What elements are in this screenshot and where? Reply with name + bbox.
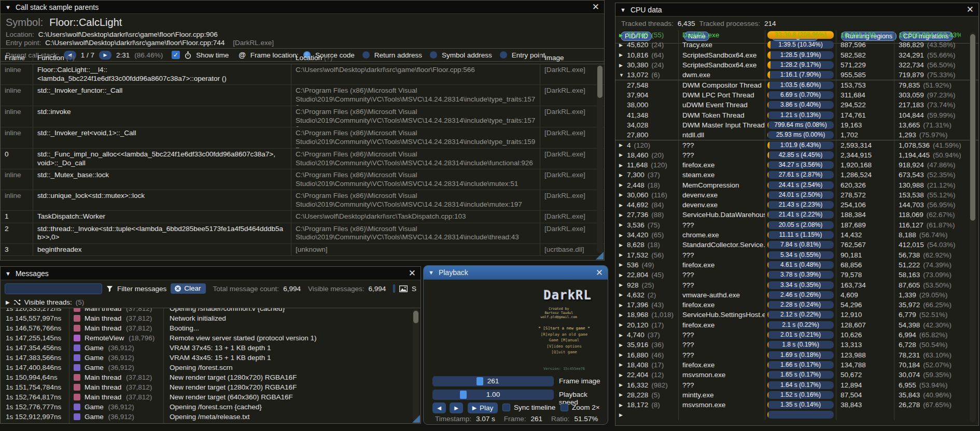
cpu-row[interactable]: ▶3,536(75)???20.05 s (2.08%)187,689116,1… <box>615 220 978 230</box>
cpu-row[interactable]: ▶18,968(1,018)ServiceHub.SettingsHost.ex… <box>615 310 978 320</box>
collapse-icon[interactable]: ▼ <box>5 270 11 277</box>
cpu-row[interactable]: ▶7,300(37)steam.exe27.61 s (2.87%)1,286,… <box>615 170 978 180</box>
step-forward-button[interactable]: ▶ <box>450 403 463 413</box>
message-row[interactable]: 1s 153,116,37nsGame (36,912)Intro menu l… <box>1 422 421 423</box>
cpu-row[interactable]: ▶22,804(45)???3.78 s (0.39%)79,57858,163… <box>615 270 978 280</box>
play-button[interactable]: ▶ Play <box>468 403 498 413</box>
message-row[interactable]: 1s 120,335,272nsMain thread (37,812)Open… <box>1 308 421 313</box>
show-images-checkbox[interactable] <box>393 284 395 293</box>
cpu-row[interactable]: ▶10,816(64)ScriptedSandbox64.exe1:28.5 (… <box>615 50 978 60</box>
message-row[interactable]: 1s 147,400,846nsGame (36,912)Opening /fo… <box>1 363 421 372</box>
cpu-row[interactable]: ▶4,740(37)???2.01 s (0.21%)10,6266,994(6… <box>615 330 978 340</box>
chevron-right-icon[interactable]: ▶ <box>619 33 627 38</box>
cpu-row[interactable]: 38,000uDWM Event Thread3.86 s (0.40%)294… <box>615 100 978 110</box>
cpu-row[interactable]: ▶4,632(2)vmware-authd.exe2.46 s (0.26%)4… <box>615 290 978 300</box>
cpu-row[interactable]: ▶37,840(55)DarkRL.exe33:30.8 (208.96%)16… <box>615 30 978 40</box>
message-row[interactable]: 1s 151,754,784nsMain thread (37,812)New … <box>1 382 421 392</box>
close-icon[interactable]: ✕ <box>596 268 603 277</box>
chevron-right-icon[interactable]: ▶ <box>619 392 627 397</box>
chevron-right-icon[interactable]: ▶ <box>619 142 627 148</box>
cpu-row[interactable]: ▶28,228(5)mintty.exe1.52 s (0.16%)87,504… <box>615 390 978 400</box>
chevron-right-icon[interactable]: ▶ <box>619 292 627 297</box>
callstack-scrollbar-thumb[interactable] <box>597 66 603 98</box>
cpu-row[interactable]: 34,028DWM Master Input Thread799.64 ms (… <box>615 120 978 130</box>
cpu-scrollbar-thumb[interactable] <box>970 34 975 221</box>
cpu-row[interactable]: ▶18,408(17)firefox.exe1.66 s (0.17%)134,… <box>615 360 978 370</box>
message-row[interactable]: 1s 147,354,456nsGame (36,912)VRAM 37x45:… <box>1 343 421 353</box>
chevron-right-icon[interactable]: ▶ <box>619 352 627 357</box>
chevron-right-icon[interactable]: ▶ <box>619 152 627 157</box>
callstack-row[interactable]: inlinestd::_Invoker_ret<void,1>::_CallC:… <box>1 127 604 149</box>
collapse-icon[interactable]: ▼ <box>620 7 626 13</box>
message-row[interactable]: 1s 147,383,566nsGame (36,912)VRAM 43x45:… <box>1 353 421 363</box>
close-icon[interactable]: ✕ <box>967 5 974 14</box>
chevron-right-icon[interactable]: ▶ <box>619 212 627 218</box>
cpu-row[interactable]: ▶16,332(982)???1.64 s (0.17%)12,8946,955… <box>615 380 978 390</box>
callstack-row[interactable]: inlinestd::invokeC:\Program Files (x86)\… <box>1 106 604 127</box>
cpu-row[interactable]: ▶20,120(17)firefox.exe2.1 s (0.22%)128,6… <box>615 320 978 330</box>
callstack-scrollbar[interactable] <box>597 65 603 253</box>
speed-slider-handle[interactable] <box>460 391 467 399</box>
message-row[interactable]: 1s 152,764,817nsMain thread (37,812)New … <box>1 392 421 402</box>
chevron-right-icon[interactable]: ▶ <box>619 182 627 188</box>
cpu-row[interactable]: ▶45,620(24)Tracy.exe1:39.5 (10.34%)887,5… <box>615 40 978 50</box>
callstack-row[interactable]: 0std::_Func_impl_no_alloc<<lambda_5bc224… <box>1 149 604 169</box>
callstack-row[interactable]: 1TaskDispatch::WorkerC:\Users\wolf\Deskt… <box>1 211 604 223</box>
chevron-right-icon[interactable]: ▶ <box>619 333 627 338</box>
chevron-right-icon[interactable]: ▶ <box>619 312 627 318</box>
cpu-scrollbar[interactable] <box>970 32 976 422</box>
clear-button[interactable]: Clear <box>171 283 205 294</box>
close-icon[interactable]: ✕ <box>409 269 416 278</box>
chevron-right-icon[interactable]: ▶ <box>619 342 627 348</box>
messages-scrollbar[interactable] <box>413 309 419 421</box>
cpu-row[interactable]: ▼13,072(6)dwm.exe1:16.1 (7.90%)955,58571… <box>615 70 978 80</box>
zoom-2x-checkbox[interactable] <box>561 404 568 411</box>
cpu-row[interactable]: ▶30,060(116)devenv.exe24.01 s (2.50%)278… <box>615 190 978 200</box>
cpu-row[interactable]: ▶2,448(18)MemCompression24.41 s (2.54%)6… <box>615 180 978 190</box>
chevron-right-icon[interactable]: ▶ <box>619 252 627 257</box>
chevron-right-icon[interactable]: ▶ <box>619 403 627 408</box>
col-frame[interactable]: Frame <box>1 54 33 62</box>
message-row[interactable]: 1s 145,557,997nsMain thread (37,812)Netw… <box>1 313 421 323</box>
chevron-right-icon[interactable]: ▶ <box>619 52 627 58</box>
frame-slider[interactable]: 261 <box>432 376 554 386</box>
col-image[interactable]: Image <box>540 54 598 62</box>
cpu-row[interactable]: ▶34,420(65)chrome.exe11.11 s (1.15%)14,4… <box>615 230 978 240</box>
cpu-row[interactable]: ▶27,736(88)ServiceHub.DataWarehouse21.41… <box>615 210 978 220</box>
sync-timeline-checkbox[interactable] <box>502 404 510 411</box>
cpu-row[interactable]: ▶18,172(8)msvsmon.exe1.35 s (0.14%)38,84… <box>615 400 978 410</box>
chevron-right-icon[interactable]: ▶ <box>619 242 627 248</box>
chevron-right-icon[interactable]: ▶ <box>619 322 627 327</box>
chevron-right-icon[interactable]: ▶ <box>619 303 627 308</box>
cpu-row[interactable]: ▶928(25)???3.34 s (0.35%)163,73487,605(5… <box>615 280 978 290</box>
cpu-row[interactable]: ▶44,692(84)devenv.exe21.43 s (2.23%)254,… <box>615 200 978 210</box>
cpu-row[interactable]: ▶17,396(43)firefox.exe2.28 s (0.24%)54,2… <box>615 300 978 310</box>
message-row[interactable]: 1s 152,912,997nsGame (36,912)Opening /me… <box>1 412 421 422</box>
step-back-button[interactable]: ◀ <box>432 403 446 413</box>
message-row[interactable]: 1s 152,776,777nsGame (36,912)Opening /fo… <box>1 402 421 412</box>
cpu-row[interactable]: ▶8,628(18)StandardCollector.Service.e7.8… <box>615 240 978 250</box>
cpu-row[interactable]: ▶22,404(12)msvsmon.exe1.65 s (0.17%)50,6… <box>615 370 978 380</box>
cpu-row[interactable]: ▶35,916(36)???1.8 s (0.19%)13,3136,728(5… <box>615 340 978 350</box>
chevron-right-icon[interactable]: ▶ <box>619 203 627 208</box>
chevron-right-icon[interactable]: ▶ <box>619 412 627 418</box>
callstack-row[interactable]: inlineFloor::CalcLight::__l4::<lambda_5b… <box>1 64 604 85</box>
callstack-row[interactable]: inlinestd::unique_lock<std::mutex>::lock… <box>1 190 604 211</box>
chevron-right-icon[interactable]: ▶ <box>619 372 627 378</box>
chevron-right-icon[interactable]: ▶ <box>619 272 627 278</box>
cpu-row[interactable]: ▶ <box>615 410 978 420</box>
collapse-icon[interactable]: ▼ <box>5 4 11 10</box>
chevron-right-icon[interactable]: ▶ <box>619 63 627 68</box>
chevron-right-icon[interactable]: ▶ <box>619 163 627 168</box>
callstack-row[interactable]: 2std::thread::_Invoke<std::tuple<<lambda… <box>1 223 604 244</box>
callstack-row[interactable]: inlinestd::_Mutex_base::lockC:\Program F… <box>1 169 604 190</box>
chevron-right-icon[interactable]: ▶ <box>619 173 627 178</box>
cpu-row[interactable]: 27,548DWM Compositor Thread1:03.5 (6.60%… <box>615 80 978 90</box>
speed-slider[interactable]: 1.00 <box>432 390 554 400</box>
cpu-row[interactable]: ▶16,880(46)???1.69 s (0.18%)123,98878,23… <box>615 350 978 360</box>
cpu-row[interactable]: ▶536(49)firefox.exe4.61 s (0.48%)68,8565… <box>615 260 978 270</box>
col-location[interactable]: Location (?) <box>291 54 540 62</box>
cpu-row[interactable]: ▶11,648(120)firefox.exe34.27 s (3.56%)1,… <box>615 160 978 170</box>
callstack-row[interactable]: inlinestd::_Invoker_functor::_CallC:\Pro… <box>1 85 604 106</box>
cpu-row[interactable]: ▶4(120)???1:01.9 (6.43%)2,593,3141,078,5… <box>615 140 978 150</box>
